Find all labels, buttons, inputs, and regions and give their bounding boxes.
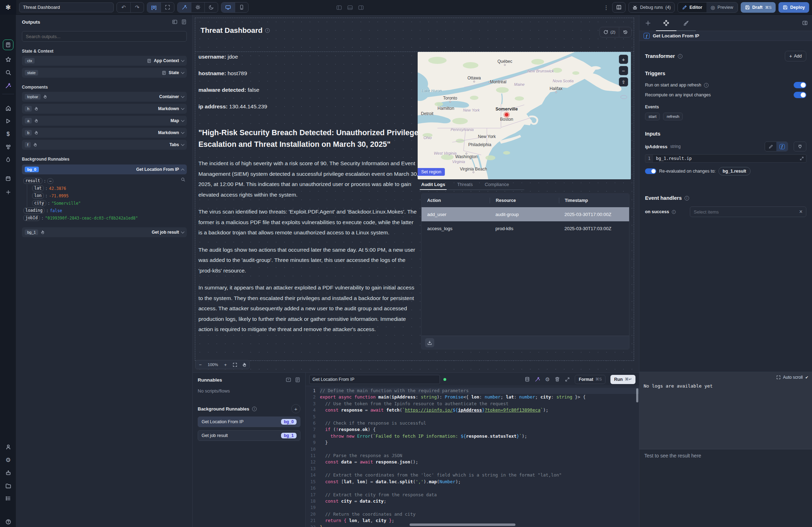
rail-logs[interactable]	[4, 494, 12, 503]
chevron-down-icon[interactable]	[181, 95, 185, 98]
toggle-left-panel-icon[interactable]	[336, 5, 342, 11]
search-json-icon[interactable]	[181, 177, 185, 182]
refresh-components-button[interactable]: (2)	[600, 27, 619, 37]
tab-insert[interactable]	[644, 19, 651, 26]
collapse-panel-icon[interactable]	[172, 19, 178, 25]
doc-icon[interactable]	[181, 19, 187, 25]
deploy-button[interactable]: Deploy	[778, 2, 809, 13]
editor-vertical-scrollbar[interactable]	[636, 388, 638, 402]
code-line[interactable]: 18 const city = data.city;	[306, 498, 639, 504]
code-line[interactable]: 21 return { lon, lat, city };	[306, 517, 639, 524]
expand-expression-icon[interactable]	[800, 156, 804, 161]
code-area[interactable]: 1// Define the main function with the re…	[306, 386, 639, 527]
settings-icon[interactable]: ⚙	[545, 376, 550, 383]
canvas-fit-button[interactable]	[230, 360, 240, 369]
table-row[interactable]: add_user audit-group 2025-03-30T17:00:00…	[422, 207, 629, 221]
run-on-start-toggle[interactable]	[794, 82, 806, 88]
expand-editor-icon[interactable]	[565, 377, 570, 382]
rail-runs[interactable]	[4, 117, 12, 125]
rail-resources[interactable]	[4, 143, 12, 151]
ai-assist-icon[interactable]	[535, 377, 540, 382]
column-action[interactable]: Action	[422, 198, 490, 203]
rail-schedules[interactable]	[4, 155, 12, 164]
code-line[interactable]: 17 // Extract the city from the response…	[306, 492, 639, 498]
code-line[interactable]: 8 throw new Error(`Failed to fetch IP in…	[306, 433, 639, 439]
code-line[interactable]: 10	[306, 446, 639, 453]
connect-input-button[interactable]	[794, 142, 806, 151]
chevron-down-icon[interactable]	[181, 71, 185, 74]
chevron-down-icon[interactable]	[181, 230, 185, 234]
code-line[interactable]: 11 // Parse the response as JSON	[306, 453, 639, 459]
map-zoom-in-button[interactable]	[619, 55, 628, 64]
map-locate-button[interactable]	[619, 77, 628, 86]
collapse-node-button[interactable]	[47, 178, 53, 184]
canvas-pan-button[interactable]	[240, 360, 249, 369]
code-line[interactable]: 12 const data = await response.json();	[306, 459, 639, 465]
cache-icon[interactable]	[525, 377, 530, 382]
expand-logs-icon[interactable]	[776, 375, 781, 379]
output-row-a[interactable]: aMap	[22, 116, 187, 126]
column-resource[interactable]: Resource	[490, 198, 559, 203]
chevron-up-icon[interactable]	[181, 168, 185, 172]
code-line[interactable]: 6 // Check if the response is successful	[306, 420, 639, 426]
canvas-zoom-out-button[interactable]	[196, 360, 205, 369]
output-row-topbar[interactable]: topbarContainer	[22, 92, 187, 102]
code-line[interactable]: 20 // Return the coordinates and city	[306, 511, 639, 517]
reeval-toggle[interactable]	[645, 168, 656, 174]
output-row-bg0[interactable]: bg_0 Get Location From IP	[22, 164, 187, 174]
collapse-panel-icon[interactable]	[286, 377, 291, 383]
redo-button[interactable]	[130, 2, 144, 12]
zoom-reset-button[interactable]: [0]	[147, 2, 161, 12]
tab-settings-nodes[interactable]	[663, 19, 670, 26]
toggle-right-panel-icon[interactable]	[358, 5, 364, 11]
rail-folders[interactable]	[4, 481, 12, 490]
chevron-down-icon[interactable]	[181, 59, 185, 62]
more-menu-button[interactable]	[603, 4, 609, 11]
add-transformer-button[interactable]: +Add	[785, 51, 806, 61]
rail-ai[interactable]	[4, 81, 12, 90]
light-theme-button[interactable]	[191, 2, 204, 12]
code-line[interactable]: 2export async function main(ipAddress: s…	[306, 394, 639, 400]
rail-search[interactable]	[4, 68, 12, 77]
chevron-down-icon[interactable]	[181, 143, 185, 146]
app-canvas[interactable]: Threat Dashboard (2) usernamejdoe hostna…	[193, 15, 639, 372]
collapse-right-panel-icon[interactable]	[801, 19, 808, 26]
column-timestamp[interactable]: Timestamp	[559, 198, 629, 203]
add-background-runnable-button[interactable]	[291, 404, 300, 413]
output-row-f[interactable]: fTabs	[22, 140, 187, 150]
event-chip-refresh[interactable]: refresh	[663, 113, 683, 120]
tab-preview[interactable]: Preview	[706, 2, 738, 12]
draft-button[interactable]: Draft ⌘S	[741, 2, 776, 13]
rail-variables[interactable]	[4, 130, 12, 138]
code-line[interactable]: 14 // Extract the coordinates from the '…	[306, 472, 639, 478]
canvas-zoom-in-button[interactable]	[221, 360, 230, 369]
code-line[interactable]: 3 // Use the token from the Ipinfo resou…	[306, 401, 639, 407]
tab-editor[interactable]: Editor	[678, 2, 706, 12]
static-mode-button[interactable]	[765, 142, 776, 151]
runnable-item[interactable]: Get job result bg_1	[198, 430, 300, 441]
app-title-input[interactable]	[19, 2, 114, 12]
code-line[interactable]: 16	[306, 485, 639, 491]
code-line[interactable]: 19	[306, 504, 639, 511]
doc-icon[interactable]	[295, 377, 300, 383]
fit-view-button[interactable]	[161, 2, 174, 12]
ai-wand-button[interactable]	[178, 2, 191, 12]
rail-settings[interactable]	[4, 456, 12, 464]
output-row-bg1[interactable]: bg_1 Get job result	[22, 227, 187, 237]
search-outputs-input[interactable]	[22, 31, 187, 42]
format-button[interactable]: Format ⌘S	[575, 375, 605, 384]
rail-favorites[interactable]	[4, 55, 12, 64]
expr-mode-button[interactable]	[776, 142, 788, 151]
history-button[interactable]	[619, 27, 631, 37]
on-success-select[interactable]: Select items	[690, 206, 806, 217]
tab-audit-logs[interactable]: Audit Logs	[421, 179, 445, 190]
rail-calendar[interactable]	[4, 174, 12, 183]
desktop-view-button[interactable]	[221, 2, 235, 12]
code-line[interactable]: 13	[306, 466, 639, 472]
input-expression[interactable]: 1 bg_1.result.ip	[645, 154, 806, 163]
rail-home[interactable]	[4, 104, 12, 112]
undo-button[interactable]	[117, 2, 130, 12]
event-chip-start[interactable]: start	[645, 113, 660, 120]
rail-user[interactable]	[4, 443, 12, 451]
code-line[interactable]: 4 const response = await fetch(`https://…	[306, 407, 639, 413]
